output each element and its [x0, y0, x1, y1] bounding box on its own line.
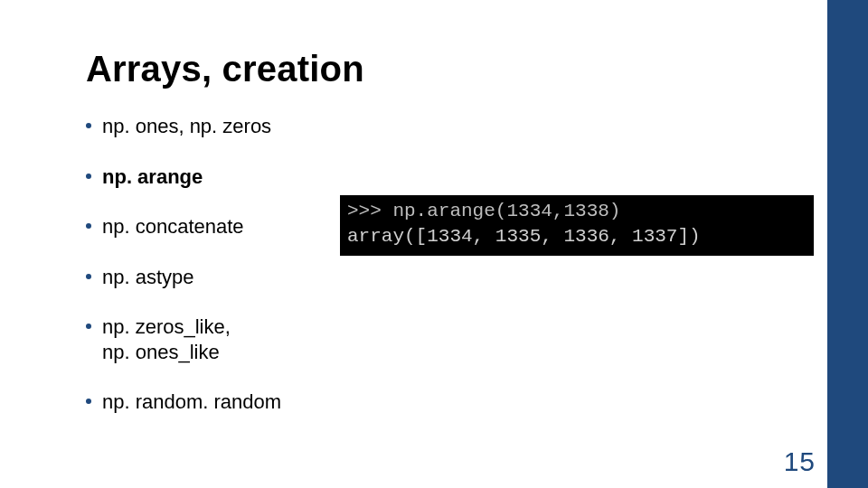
page-number: 15	[784, 446, 816, 477]
slide: Arrays, creation np. ones, np. zeros np.…	[0, 0, 868, 488]
bullet-icon	[86, 174, 91, 179]
bullet-icon	[86, 123, 91, 128]
accent-bar	[827, 0, 868, 488]
list-item-line1: np. zeros_like,	[102, 315, 231, 338]
bullet-icon	[86, 399, 91, 404]
slide-title: Arrays, creation	[86, 49, 364, 89]
bullet-icon	[86, 324, 91, 329]
list-item: np. ones, np. zeros	[86, 114, 429, 139]
list-item: np. astype	[86, 265, 429, 290]
list-item-label: np. arange	[102, 164, 203, 190]
bullet-icon	[86, 274, 91, 279]
bullet-list: np. ones, np. zeros np. arange np. conca…	[86, 114, 429, 440]
list-item: np. arange	[86, 164, 429, 190]
code-line: array([1334, 1335, 1336, 1337])	[347, 226, 701, 247]
list-item-label: np. astype	[102, 265, 194, 290]
code-line: >>> np.arange(1334,1338)	[347, 201, 620, 221]
list-item-label: np. zeros_like, np. ones_like	[102, 314, 231, 364]
list-item: np. random. random	[86, 389, 429, 415]
list-item-label: np. ones, np. zeros	[102, 114, 271, 139]
bullet-icon	[86, 223, 91, 229]
list-item: np. zeros_like, np. ones_like	[86, 314, 429, 364]
list-item-label: np. random. random	[102, 389, 281, 415]
list-item-line2: np. ones_like	[102, 340, 231, 365]
code-snippet: >>> np.arange(1334,1338) array([1334, 13…	[340, 195, 814, 256]
list-item-label: np. concatenate	[102, 214, 244, 239]
